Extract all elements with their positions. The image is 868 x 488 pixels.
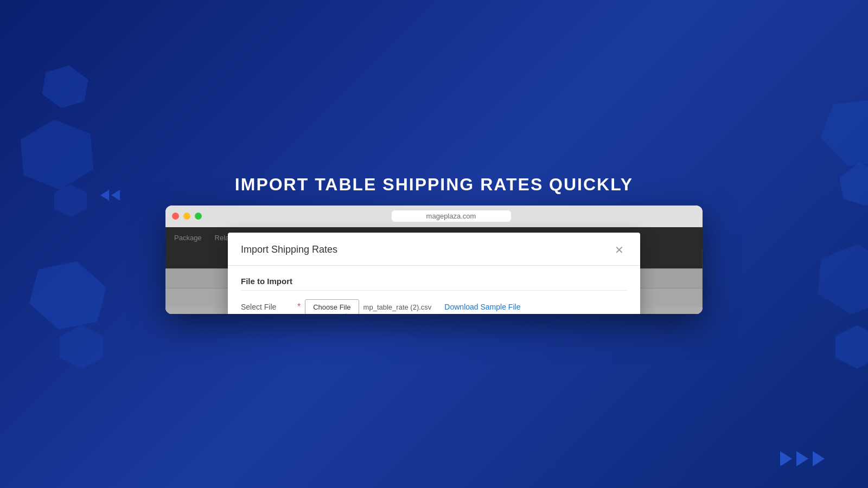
choose-file-button[interactable]: Choose File: [305, 299, 359, 314]
browser-titlebar: mageplaza.com: [165, 206, 703, 227]
left-arrow-2: [111, 190, 120, 201]
modal-header: Import Shipping Rates ✕: [228, 233, 640, 266]
bottom-right-arrows: [780, 451, 825, 466]
left-arrow-1: [100, 190, 109, 201]
right-arrow-3: [813, 451, 825, 466]
browser-content: Package Relation Promotion Condition Car…: [165, 227, 703, 314]
required-star: *: [297, 302, 301, 312]
browser-dot-close[interactable]: [172, 213, 179, 220]
modal-overlay: Import Shipping Rates ✕ File to Import S…: [165, 227, 703, 314]
modal-title: Import Shipping Rates: [241, 244, 337, 255]
section-title: File to Import: [241, 277, 627, 291]
browser-url-display: mageplaza.com: [392, 210, 511, 222]
browser-window: mageplaza.com Package Relation Promotion…: [165, 206, 703, 314]
browser-dot-maximize[interactable]: [195, 213, 202, 220]
form-row: Select File * Choose File mp_table_rate …: [241, 299, 627, 314]
download-sample-link[interactable]: Download Sample File: [444, 303, 520, 311]
browser-url-bar-container: mageplaza.com: [206, 210, 696, 222]
right-arrow-2: [796, 451, 808, 466]
form-label: Select File: [241, 303, 295, 311]
right-arrow-1: [780, 451, 792, 466]
left-arrows: [100, 190, 120, 201]
file-name-display: mp_table_rate (2).csv: [363, 303, 432, 311]
modal-body: File to Import Select File * Choose File…: [228, 266, 640, 314]
page-title: IMPORT TABLE SHIPPING RATES QUICKLY: [235, 175, 633, 195]
modal-close-button[interactable]: ✕: [611, 243, 627, 256]
import-modal: Import Shipping Rates ✕ File to Import S…: [228, 233, 640, 314]
browser-dot-minimize[interactable]: [183, 213, 190, 220]
